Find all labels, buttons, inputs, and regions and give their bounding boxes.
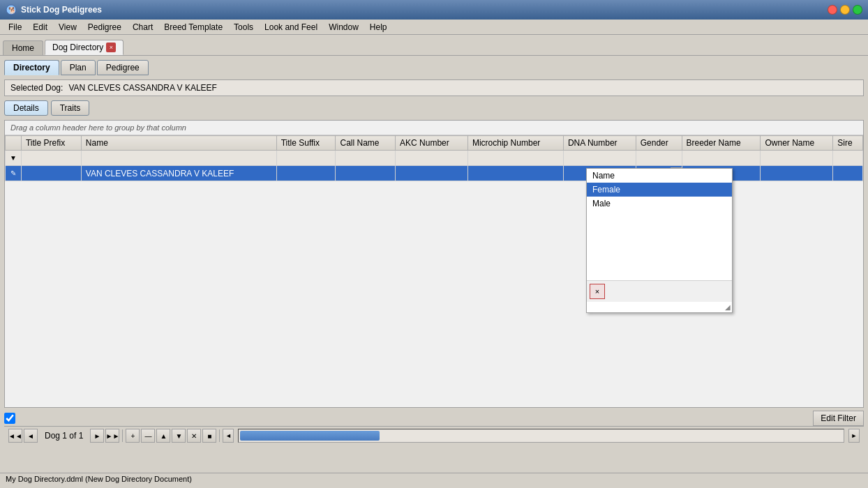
table-row[interactable]: ✎ VAN CLEVES CASSANDRA V KALEEF Un... xyxy=(6,166,863,181)
col-title-suffix[interactable]: Title Suffix xyxy=(276,136,336,151)
horizontal-scrollbar[interactable] xyxy=(238,429,844,443)
cell-name: VAN CLEVES CASSANDRA V KALEEF xyxy=(81,166,276,181)
dropdown-footer: × xyxy=(587,280,732,302)
details-button[interactable]: Details xyxy=(4,100,48,116)
menu-look-feel[interactable]: Look and Feel xyxy=(259,21,323,33)
tab-dog-directory-label: Dog Directory xyxy=(52,43,103,52)
grid-wrapper: Title Prefix Name Title Suffix Call Name… xyxy=(5,135,863,407)
tab-pedigree[interactable]: Pedigree xyxy=(97,60,149,75)
nav-prev-button[interactable]: ◄ xyxy=(24,429,38,443)
row-owner-filter xyxy=(761,151,833,166)
row-title-suffix xyxy=(276,151,336,166)
app-icon: 🐕 xyxy=(6,4,17,15)
minimize-button[interactable] xyxy=(840,5,850,15)
col-call-name[interactable]: Call Name xyxy=(336,136,396,151)
nav-delete-button[interactable]: — xyxy=(141,429,155,443)
dropdown-option-name[interactable]: Name xyxy=(587,169,732,183)
title-bar: 🐕 Stick Dog Pedigrees xyxy=(0,0,868,20)
cell-akc xyxy=(396,166,468,181)
status-text: My Dog Directory.ddml (New Dog Directory… xyxy=(6,475,192,483)
traits-button[interactable]: Traits xyxy=(51,100,90,116)
main-content: Directory Plan Pedigree Selected Dog: VA… xyxy=(0,56,868,473)
inner-tabs: Directory Plan Pedigree xyxy=(4,60,864,75)
tab-home[interactable]: Home xyxy=(3,40,43,55)
nav-first-button[interactable]: ◄◄ xyxy=(8,429,22,443)
close-button[interactable] xyxy=(828,5,837,15)
col-microchip[interactable]: Microchip Number xyxy=(467,136,563,151)
menu-pedigree[interactable]: Pedigree xyxy=(82,21,127,33)
menu-window[interactable]: Window xyxy=(323,21,364,33)
menu-edit[interactable]: Edit xyxy=(27,21,53,33)
filter-checkbox[interactable] xyxy=(4,413,15,424)
filter-checkbox-area xyxy=(4,413,15,424)
selected-dog-value: VAN CLEVES CASSANDRA V KALEEF xyxy=(68,83,217,93)
row-title-prefix xyxy=(21,151,81,166)
row-call-name xyxy=(336,151,396,166)
title-bar-text: Stick Dog Pedigrees xyxy=(21,5,823,15)
col-gender[interactable]: Gender xyxy=(636,136,682,151)
col-name[interactable]: Name xyxy=(81,136,276,151)
nav-info: Dog 1 of 1 xyxy=(39,431,89,441)
dropdown-option-female[interactable]: Female xyxy=(587,183,732,197)
hscroll-thumb[interactable] xyxy=(240,431,380,441)
nav-next-button[interactable]: ► xyxy=(90,429,104,443)
selected-dog-panel: Selected Dog: VAN CLEVES CASSANDRA V KAL… xyxy=(4,79,864,96)
tab-dog-directory[interactable]: Dog Directory × xyxy=(45,40,124,55)
menu-file[interactable]: File xyxy=(3,21,27,33)
column-header-row: Title Prefix Name Title Suffix Call Name… xyxy=(6,136,863,151)
hscroll-left-arrow[interactable]: ◄ xyxy=(223,429,234,443)
status-bar: My Dog Directory.ddml (New Dog Directory… xyxy=(0,473,868,488)
maximize-button[interactable] xyxy=(853,5,862,15)
dropdown-resize-handle[interactable]: ◢ xyxy=(587,302,732,312)
dropdown-option-male[interactable]: Male xyxy=(587,197,732,211)
col-title-prefix[interactable]: Title Prefix xyxy=(21,136,81,151)
dropdown-clear-button[interactable]: × xyxy=(590,284,605,299)
row-gender-filter xyxy=(636,151,682,166)
grid-table: Title Prefix Name Title Suffix Call Name… xyxy=(5,135,863,181)
tab-close-button[interactable]: × xyxy=(106,43,116,52)
nav-save-button[interactable]: ■ xyxy=(202,429,216,443)
cell-microchip xyxy=(467,166,563,181)
cell-call-name xyxy=(336,166,396,181)
row-filter-icon: ▼ xyxy=(6,151,22,166)
nav-sort-asc-button[interactable]: ▲ xyxy=(156,429,170,443)
col-akc-number[interactable]: AKC Number xyxy=(396,136,468,151)
menu-view[interactable]: View xyxy=(53,21,82,33)
col-owner[interactable]: Owner Name xyxy=(761,136,833,151)
tab-bar: Home Dog Directory × xyxy=(0,35,868,56)
nav-cancel-button[interactable]: ✕ xyxy=(187,429,201,443)
nav-add-button[interactable]: + xyxy=(126,429,140,443)
col-row-icon xyxy=(6,136,22,151)
row-breeder-filter xyxy=(682,151,761,166)
menu-breed-template[interactable]: Breed Template xyxy=(158,21,228,33)
app-window: 🐕 Stick Dog Pedigrees File Edit View Ped… xyxy=(0,0,868,488)
col-dna-number[interactable]: DNA Number xyxy=(563,136,636,151)
detail-buttons: Details Traits xyxy=(4,100,864,116)
nav-toolbar: ◄◄ ◄ Dog 1 of 1 ► ►► + — ▲ ▼ ✕ ■ ◄ ► xyxy=(4,426,864,445)
edit-filter-button[interactable]: Edit Filter xyxy=(813,411,864,426)
col-breeder[interactable]: Breeder Name xyxy=(682,136,761,151)
hscroll-right-arrow[interactable]: ► xyxy=(848,429,860,443)
svg-text:🐕: 🐕 xyxy=(8,6,17,15)
cell-sire xyxy=(833,166,863,181)
row-microchip xyxy=(467,151,563,166)
menu-bar: File Edit View Pedigree Chart Breed Temp… xyxy=(0,20,868,35)
tab-directory[interactable]: Directory xyxy=(4,60,59,75)
tab-plan[interactable]: Plan xyxy=(61,60,96,75)
row-edit-icon: ✎ xyxy=(6,166,22,181)
col-sire[interactable]: Sire xyxy=(833,136,863,151)
menu-chart[interactable]: Chart xyxy=(127,21,158,33)
bottom-filter-bar: Edit Filter xyxy=(4,411,864,426)
gender-dropdown-popup: Name Female Male × ◢ xyxy=(586,168,733,313)
cell-owner xyxy=(761,166,833,181)
menu-help[interactable]: Help xyxy=(364,21,393,33)
cell-title-suffix xyxy=(276,166,336,181)
menu-tools[interactable]: Tools xyxy=(228,21,259,33)
window-controls xyxy=(828,5,862,15)
cell-title-prefix xyxy=(21,166,81,181)
nav-last-button[interactable]: ►► xyxy=(105,429,119,443)
table-row: ▼ xyxy=(6,151,863,166)
row-akc xyxy=(396,151,468,166)
nav-sort-desc-button[interactable]: ▼ xyxy=(172,429,186,443)
grid-container: Drag a column header here to group by th… xyxy=(4,120,864,408)
